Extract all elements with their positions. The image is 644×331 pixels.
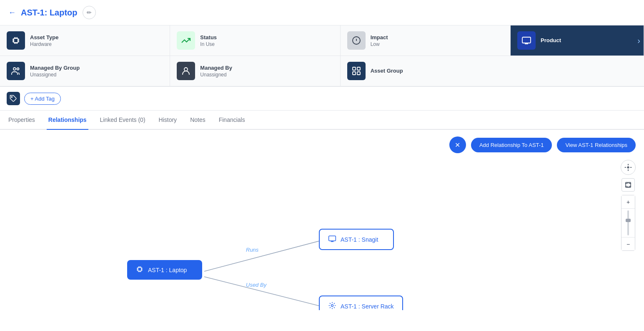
svg-rect-8 [353,72,356,75]
snagit-node-icon [328,235,336,244]
svg-line-11 [204,240,323,271]
svg-rect-7 [357,67,360,70]
svg-point-17 [331,305,333,307]
impact-cell[interactable]: Impact Low [341,25,511,56]
svg-point-10 [11,96,12,97]
svg-rect-6 [353,67,356,70]
status-label: Status [200,34,217,40]
tags-row: + Add Tag [0,87,644,111]
person-icon [177,62,195,80]
fit-control[interactable] [621,178,635,192]
node-laptop-label: AST-1 : Laptop [148,267,187,273]
relationship-graph: Runs Used By AST-1 : Laptop AST-1 : Snag… [0,160,644,310]
node-laptop[interactable]: AST-1 : Laptop [127,260,202,280]
page-header: ← AST-1: Laptop ✏ [0,0,644,25]
svg-point-5 [184,68,188,71]
status-icon [177,31,195,50]
close-filter-button[interactable]: ✕ [449,136,466,153]
pan-control[interactable] [621,160,636,175]
product-icon [517,31,536,50]
managed-by-value: Unassigned [200,72,232,78]
svg-line-12 [204,277,323,307]
relationships-toolbar: ✕ Add Relationship To AST-1 View AST-1 R… [0,130,644,160]
status-value: In Use [200,41,217,47]
tabs-bar: Properties Relationships Linked Events (… [0,111,644,130]
runs-edge-label: Runs [246,247,258,253]
tab-relationships[interactable]: Relationships [47,111,88,130]
asset-type-cell[interactable]: Asset Type Hardware [0,25,170,56]
tab-history[interactable]: History [157,111,179,130]
edit-icon: ✏ [87,9,92,16]
impact-icon [347,31,366,50]
page-title: AST-1: Laptop [21,8,78,18]
zoom-thumb [626,219,631,222]
asset-group-icon [347,62,366,80]
tab-properties[interactable]: Properties [7,111,37,130]
asset-group-cell[interactable]: Asset Group [341,56,644,86]
svg-point-18 [627,167,629,168]
used-by-edge-label: Used By [246,282,266,288]
node-snagit[interactable]: AST-1 : Snagit [319,229,394,250]
svg-rect-15 [138,268,141,271]
svg-point-3 [13,68,16,70]
node-snagit-label: AST-1 : Snagit [341,236,378,243]
zoom-in-button[interactable]: + [621,195,635,209]
impact-label: Impact [371,34,388,40]
add-tag-button[interactable]: + Add Tag [24,93,61,105]
status-cell[interactable]: Status In Use [170,25,340,56]
metadata-grid: Asset Type Hardware Status In Use Impact… [0,25,644,87]
add-relationship-button[interactable]: Add Relationship To AST-1 [471,138,552,152]
svg-rect-19 [626,182,631,187]
node-server-rack-label: AST-1 : Server Rack [341,303,394,310]
product-expand-icon[interactable]: › [634,33,644,49]
node-server-rack[interactable]: AST-1 : Server Rack [319,296,403,310]
managed-by-label: Managed By [200,65,232,71]
edit-button[interactable]: ✏ [83,6,96,19]
tag-icon [7,92,20,105]
asset-type-value: Hardware [30,41,58,47]
zoom-out-button[interactable]: − [621,237,635,250]
back-button[interactable]: ← [8,8,16,17]
impact-value: Low [371,41,388,47]
managed-by-group-value: Unassigned [30,72,80,78]
zoom-track [627,210,629,235]
svg-rect-2 [522,37,531,43]
chip-icon [7,31,25,50]
laptop-node-icon [135,265,144,275]
tab-notes[interactable]: Notes [188,111,207,130]
product-label: Product [541,37,561,43]
tab-financials[interactable]: Financials [217,111,247,130]
tab-linked-events[interactable]: Linked Events (0) [98,111,147,130]
zoom-slider: + − [621,195,635,251]
group-icon [7,62,25,80]
asset-type-label: Asset Type [30,34,58,40]
product-cell[interactable]: Product › [511,25,644,56]
server-rack-node-icon [328,301,336,310]
asset-group-label: Asset Group [371,68,403,74]
svg-rect-0 [14,38,18,43]
map-controls: + − [621,160,636,251]
svg-rect-16 [329,236,336,241]
managed-by-group-label: Managed By Group [30,65,80,71]
svg-rect-9 [357,72,360,75]
managed-by-cell[interactable]: Managed By Unassigned [170,56,340,86]
view-relationships-button[interactable]: View AST-1 Relationships [557,138,636,152]
svg-point-4 [17,68,19,70]
managed-by-group-cell[interactable]: Managed By Group Unassigned [0,56,170,86]
close-icon: ✕ [455,141,460,149]
